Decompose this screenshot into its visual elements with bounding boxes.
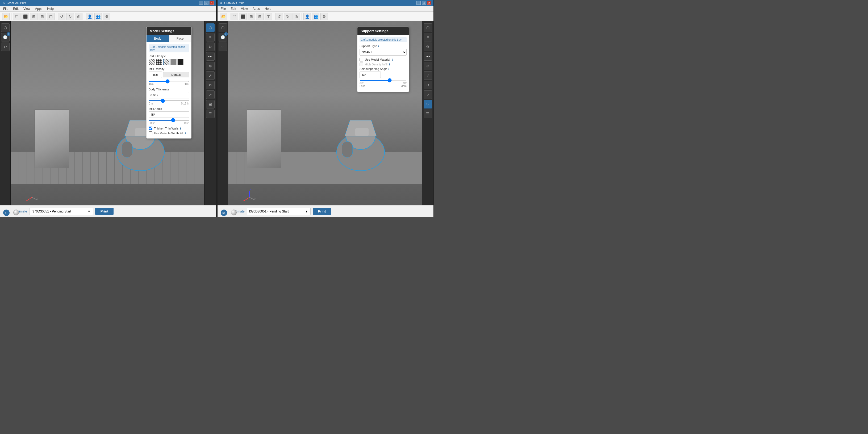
right-rs-mm[interactable]: mm <box>424 52 432 61</box>
rs-export-left[interactable]: ↗ <box>206 90 215 99</box>
use-model-material-info-icon[interactable]: ℹ <box>392 58 393 61</box>
right-toolbar-btn4[interactable]: ⊟ <box>256 13 264 20</box>
maximize-btn-right[interactable]: □ <box>422 1 426 5</box>
fill-style-medium[interactable] <box>170 59 177 65</box>
left-viewport[interactable]: Z X Y Model Settings Body Face 1 of 1 mo… <box>11 21 204 205</box>
right-toolbar-btn7[interactable]: 👤 <box>303 13 311 20</box>
minimize-btn-left[interactable]: ─ <box>199 1 203 5</box>
menu-view-right[interactable]: View <box>239 6 250 11</box>
job-dropdown-left[interactable]: f370D30051 • Pending Start ▼ <box>29 208 93 215</box>
toolbar-btn8[interactable]: 👥 <box>94 13 102 20</box>
rs-settings-left[interactable]: ⚙ <box>206 42 215 51</box>
self-supporting-angle-input[interactable] <box>360 71 381 78</box>
close-btn-left[interactable]: ✕ <box>210 1 214 5</box>
right-toolbar-btn6[interactable]: ◎ <box>292 13 300 20</box>
toolbar-btn5[interactable]: ◫ <box>47 13 55 20</box>
menu-file-left[interactable]: File <box>1 6 10 11</box>
infill-default-btn[interactable]: Default <box>163 72 189 78</box>
tab-face[interactable]: Face <box>169 35 191 42</box>
toolbar-open-left[interactable]: 📂 <box>2 13 9 20</box>
right-toolbar-btn3[interactable]: ⊞ <box>248 13 255 20</box>
toolbar-sep-3 <box>84 13 84 20</box>
menu-file-right[interactable]: File <box>219 6 228 11</box>
tab-body[interactable]: Body <box>147 35 169 42</box>
body-thickness-input[interactable] <box>149 92 189 98</box>
job-dropdown-right[interactable]: f370D30051 • Pending Start ▼ <box>247 208 311 215</box>
right-rs-export[interactable]: ↗ <box>424 90 432 99</box>
menu-apps-right[interactable]: Apps <box>250 6 262 11</box>
rs-mm-left[interactable]: mm <box>206 52 215 61</box>
right-toolbar-btn2[interactable]: ⬛ <box>239 13 247 20</box>
toolbar-btn4[interactable]: ⊟ <box>38 13 46 20</box>
fill-style-cross[interactable] <box>156 59 162 65</box>
toolbar-redo-right[interactable]: ↻ <box>284 13 291 20</box>
maximize-btn-left[interactable]: □ <box>204 1 209 5</box>
right-rs-list[interactable]: ☰ <box>424 110 432 118</box>
thicken-thin-walls-checkbox[interactable] <box>149 127 152 130</box>
rs-box-left[interactable]: ▣ <box>206 100 215 108</box>
angle-slider[interactable] <box>360 80 407 81</box>
toolbar-btn2[interactable]: ⬛ <box>22 13 29 20</box>
right-rs-expand[interactable]: ⤢ <box>424 71 432 80</box>
sidebar-history-left[interactable]: ↩ <box>1 42 9 51</box>
right-title-controls[interactable]: ─ □ ✕ <box>416 1 431 5</box>
right-toolbar-btn9[interactable]: ⚙ <box>320 13 328 20</box>
close-btn-right[interactable]: ✕ <box>427 1 431 5</box>
toolbar-redo-left[interactable]: ↻ <box>66 13 74 20</box>
toolbar-btn6[interactable]: ◎ <box>75 13 83 20</box>
right-rs-support[interactable]: ⛉ <box>424 100 432 108</box>
menu-help-left[interactable]: Help <box>45 6 56 11</box>
infill-density-slider[interactable] <box>149 81 189 82</box>
print-btn-left[interactable]: Print <box>95 208 114 215</box>
print-btn-right[interactable]: Print <box>313 208 331 215</box>
support-style-info-icon[interactable]: ℹ <box>378 45 379 48</box>
right-sidebar-clock[interactable]: 🕐 2 <box>219 33 227 41</box>
fill-style-lines[interactable] <box>149 59 155 65</box>
variable-width-fill-checkbox[interactable] <box>149 131 152 135</box>
support-style-select[interactable]: SMART Normal Sparse <box>360 49 407 56</box>
menu-view-left[interactable]: View <box>21 6 32 11</box>
toolbar-open-right[interactable]: 📂 <box>220 13 227 20</box>
right-toolbar-btn1[interactable]: ⬚ <box>230 13 238 20</box>
rs-expand-left[interactable]: ⤢ <box>206 71 215 80</box>
right-rs-settings[interactable]: ⚙ <box>424 42 432 51</box>
sidebar-cube-left[interactable]: ⬡ <box>1 23 9 32</box>
rs-rotate-left[interactable]: ↺ <box>206 81 215 89</box>
variable-width-fill-info-icon[interactable]: ℹ <box>185 132 186 135</box>
infill-angle-input[interactable] <box>149 112 189 118</box>
menu-help-right[interactable]: Help <box>262 6 273 11</box>
rs-list-left[interactable]: ☰ <box>206 110 215 118</box>
minimize-btn-right[interactable]: ─ <box>416 1 421 5</box>
rs-layers2-left[interactable]: ⊕ <box>206 62 215 70</box>
toolbar-btn3[interactable]: ⊞ <box>30 13 37 20</box>
rs-layers-left[interactable]: ≡ <box>206 33 215 41</box>
thicken-thin-walls-info-icon[interactable]: ℹ <box>180 127 181 130</box>
toolbar-undo-left[interactable]: ↺ <box>58 13 65 20</box>
self-supporting-angle-info-icon[interactable]: ℹ <box>388 67 389 70</box>
toolbar-btn1[interactable]: ⬚ <box>13 13 21 20</box>
body-thickness-slider[interactable] <box>149 100 189 101</box>
sidebar-clock-left[interactable]: 🕐 2 <box>1 33 9 41</box>
use-model-material-checkbox[interactable] <box>360 58 363 61</box>
right-toolbar-btn5[interactable]: ◫ <box>265 13 272 20</box>
toolbar-btn7[interactable]: 👤 <box>86 13 93 20</box>
right-viewport[interactable]: Z X Y Support Settings 1 of 1 models sel… <box>228 21 422 205</box>
right-rs-layers2[interactable]: ⊕ <box>424 62 432 70</box>
right-sidebar-cube[interactable]: ⬡ <box>219 23 227 32</box>
menu-edit-left[interactable]: Edit <box>11 6 21 11</box>
left-title-controls[interactable]: ─ □ ✕ <box>199 1 214 5</box>
right-toolbar-btn8[interactable]: 👥 <box>312 13 319 20</box>
infill-angle-slider[interactable] <box>149 120 189 121</box>
rs-cube-left[interactable]: ⬡ <box>206 23 215 32</box>
fill-style-solid[interactable] <box>177 59 184 65</box>
menu-apps-left[interactable]: Apps <box>33 6 44 11</box>
fill-style-diamond[interactable] <box>163 59 169 65</box>
right-rs-cube[interactable]: ⬡ <box>424 23 432 32</box>
menu-edit-right[interactable]: Edit <box>228 6 238 11</box>
toolbar-undo-right[interactable]: ↺ <box>276 13 283 20</box>
right-sidebar-history[interactable]: ↩ <box>219 42 227 51</box>
toolbar-btn9[interactable]: ⚙ <box>103 13 111 20</box>
right-rs-layers[interactable]: ≡ <box>424 33 432 41</box>
infill-density-input[interactable] <box>149 71 162 78</box>
right-rs-rotate[interactable]: ↺ <box>424 81 432 89</box>
